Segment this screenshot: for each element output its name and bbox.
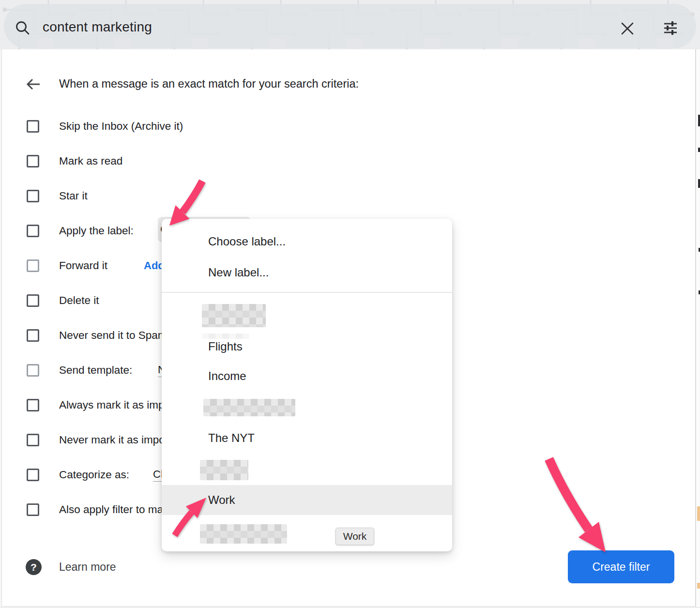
option-label: Forward it bbox=[59, 259, 107, 272]
option-row-delete-it: Delete it bbox=[27, 293, 99, 308]
option-label: Star it bbox=[59, 190, 88, 202]
menu-item-new-label[interactable]: New label... bbox=[208, 265, 269, 280]
close-icon[interactable] bbox=[621, 22, 634, 35]
option-row-forward-it: Forward it Add forwarding address bbox=[27, 258, 107, 273]
redacted-label-item[interactable] bbox=[200, 524, 287, 544]
option-label: Categorize as: bbox=[59, 469, 129, 481]
option-label: Send template: bbox=[59, 364, 132, 377]
menu-item-work-highlighted[interactable]: Work bbox=[162, 485, 452, 515]
label-menu: Choose label... New label... Flights Inc… bbox=[162, 219, 452, 551]
menu-item-work-label: Work bbox=[208, 493, 235, 507]
menu-item-choose-label[interactable]: Choose label... bbox=[208, 234, 286, 249]
menu-item-income[interactable]: Income bbox=[208, 369, 246, 383]
checkbox-delete-it[interactable] bbox=[27, 294, 39, 307]
menu-item-the-nyt[interactable]: The NYT bbox=[208, 431, 255, 445]
option-row-send-template: Send template: N bbox=[27, 363, 132, 378]
redacted-label-item[interactable] bbox=[202, 304, 266, 327]
redacted-label-item[interactable] bbox=[203, 399, 295, 416]
option-label: Never send it to Spam bbox=[59, 329, 167, 342]
checkbox-skip-inbox[interactable] bbox=[27, 120, 39, 133]
checkbox-send-template[interactable] bbox=[27, 364, 39, 377]
checkbox-forward-it[interactable] bbox=[27, 259, 39, 272]
tune-icon[interactable] bbox=[663, 21, 678, 35]
option-row-skip-inbox: Skip the Inbox (Archive it) bbox=[27, 119, 183, 134]
menu-item-flights[interactable]: Flights bbox=[208, 339, 243, 354]
checkbox-star-it[interactable] bbox=[27, 190, 39, 202]
checkbox-also-apply[interactable] bbox=[27, 503, 39, 516]
work-tooltip: Work bbox=[335, 528, 374, 545]
checkbox-always-important[interactable] bbox=[27, 399, 39, 411]
search-icon[interactable] bbox=[15, 20, 31, 37]
checkbox-mark-read[interactable] bbox=[27, 155, 39, 167]
back-arrow-icon[interactable] bbox=[25, 76, 42, 92]
checkbox-categorize-as[interactable] bbox=[27, 469, 39, 481]
option-row-never-spam: Never send it to Spam bbox=[27, 328, 167, 343]
learn-more-link[interactable]: Learn more bbox=[59, 561, 116, 574]
option-label: Delete it bbox=[59, 294, 99, 307]
create-filter-button[interactable]: Create filter bbox=[568, 550, 674, 583]
option-row-mark-read: Mark as read bbox=[27, 154, 122, 168]
background-app-sliver bbox=[696, 49, 700, 607]
redacted-label-item[interactable] bbox=[200, 460, 248, 480]
option-row-apply-label: Apply the label: bbox=[27, 224, 134, 238]
checkbox-never-important[interactable] bbox=[27, 434, 39, 446]
option-label: Skip the Inbox (Archive it) bbox=[59, 120, 183, 133]
option-row-categorize-as: Categorize as: Choose category... bbox=[27, 468, 129, 482]
option-label: Mark as read bbox=[59, 155, 122, 167]
page-title: When a message is an exact match for you… bbox=[59, 77, 359, 91]
search-input[interactable]: content marketing bbox=[43, 19, 152, 35]
redacted-label-fragment bbox=[202, 334, 249, 339]
menu-divider bbox=[162, 292, 452, 293]
help-icon[interactable]: ? bbox=[26, 559, 42, 575]
option-label: Apply the label: bbox=[59, 225, 134, 237]
option-row-star-it: Star it bbox=[27, 189, 88, 203]
checkbox-apply-label[interactable] bbox=[27, 225, 39, 237]
checkbox-never-spam[interactable] bbox=[27, 329, 39, 342]
